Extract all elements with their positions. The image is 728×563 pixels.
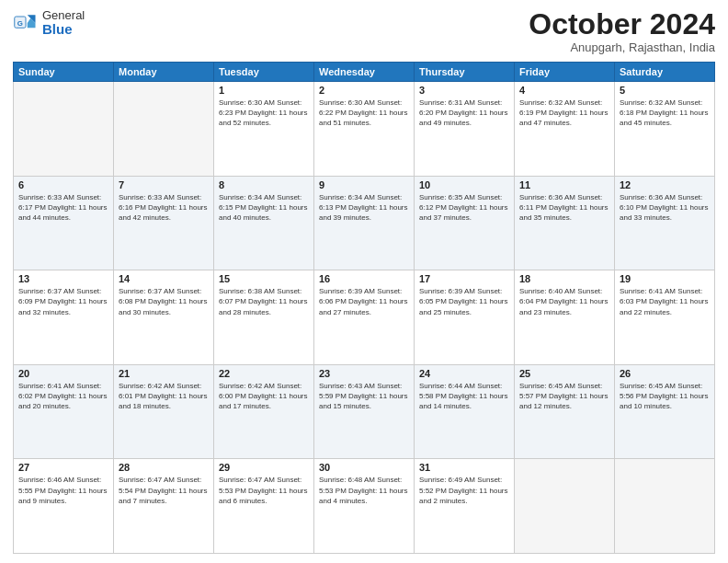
table-row: 1Sunrise: 6:30 AM Sunset: 6:23 PM Daylig… bbox=[214, 82, 314, 177]
day-number: 16 bbox=[319, 273, 409, 284]
day-info: Sunrise: 6:34 AM Sunset: 6:15 PM Dayligh… bbox=[219, 192, 309, 224]
day-number: 17 bbox=[419, 273, 509, 284]
day-number: 15 bbox=[219, 273, 309, 284]
table-row: 10Sunrise: 6:35 AM Sunset: 6:12 PM Dayli… bbox=[415, 176, 515, 270]
col-friday: Friday bbox=[515, 63, 615, 82]
col-sunday: Sunday bbox=[14, 63, 114, 82]
day-number: 25 bbox=[519, 368, 609, 379]
table-row: 9Sunrise: 6:34 AM Sunset: 6:13 PM Daylig… bbox=[314, 176, 415, 270]
day-info: Sunrise: 6:44 AM Sunset: 5:58 PM Dayligh… bbox=[419, 381, 509, 412]
day-info: Sunrise: 6:36 AM Sunset: 6:11 PM Dayligh… bbox=[519, 192, 609, 224]
table-row: 26Sunrise: 6:45 AM Sunset: 5:56 PM Dayli… bbox=[615, 364, 715, 459]
day-number: 24 bbox=[419, 368, 509, 379]
table-row: 12Sunrise: 6:36 AM Sunset: 6:10 PM Dayli… bbox=[615, 176, 715, 270]
day-number: 23 bbox=[319, 368, 409, 379]
day-number: 1 bbox=[219, 85, 309, 96]
day-number: 27 bbox=[18, 462, 108, 473]
location-subtitle: Anupgarh, Rajasthan, India bbox=[529, 40, 715, 54]
day-info: Sunrise: 6:34 AM Sunset: 6:13 PM Dayligh… bbox=[319, 192, 409, 224]
day-info: Sunrise: 6:45 AM Sunset: 5:56 PM Dayligh… bbox=[620, 381, 710, 412]
header-row: Sunday Monday Tuesday Wednesday Thursday… bbox=[14, 63, 715, 82]
day-info: Sunrise: 6:37 AM Sunset: 6:09 PM Dayligh… bbox=[18, 286, 108, 317]
col-wednesday: Wednesday bbox=[314, 63, 415, 82]
calendar-row: 27Sunrise: 6:46 AM Sunset: 5:55 PM Dayli… bbox=[14, 459, 715, 554]
day-info: Sunrise: 6:42 AM Sunset: 6:01 PM Dayligh… bbox=[119, 381, 209, 412]
table-row: 15Sunrise: 6:38 AM Sunset: 6:07 PM Dayli… bbox=[214, 270, 314, 365]
day-info: Sunrise: 6:48 AM Sunset: 5:53 PM Dayligh… bbox=[319, 475, 409, 506]
day-info: Sunrise: 6:45 AM Sunset: 5:57 PM Dayligh… bbox=[519, 381, 609, 412]
table-row bbox=[114, 82, 214, 177]
day-number: 31 bbox=[419, 462, 509, 473]
day-number: 21 bbox=[119, 368, 209, 379]
day-info: Sunrise: 6:47 AM Sunset: 5:53 PM Dayligh… bbox=[219, 475, 309, 506]
day-number: 19 bbox=[620, 273, 710, 284]
calendar-row: 13Sunrise: 6:37 AM Sunset: 6:09 PM Dayli… bbox=[14, 270, 715, 365]
table-row bbox=[14, 82, 114, 177]
table-row: 19Sunrise: 6:41 AM Sunset: 6:03 PM Dayli… bbox=[615, 270, 715, 365]
day-info: Sunrise: 6:40 AM Sunset: 6:04 PM Dayligh… bbox=[519, 286, 609, 317]
day-number: 5 bbox=[620, 85, 710, 96]
day-info: Sunrise: 6:30 AM Sunset: 6:22 PM Dayligh… bbox=[319, 98, 409, 129]
table-row bbox=[615, 459, 715, 554]
calendar-row: 6Sunrise: 6:33 AM Sunset: 6:17 PM Daylig… bbox=[14, 176, 715, 270]
day-number: 6 bbox=[18, 179, 108, 190]
day-info: Sunrise: 6:41 AM Sunset: 6:02 PM Dayligh… bbox=[18, 381, 108, 412]
day-number: 13 bbox=[18, 273, 108, 284]
svg-text:G: G bbox=[17, 19, 23, 28]
day-info: Sunrise: 6:41 AM Sunset: 6:03 PM Dayligh… bbox=[620, 286, 710, 317]
table-row: 14Sunrise: 6:37 AM Sunset: 6:08 PM Dayli… bbox=[114, 270, 214, 365]
logo-icon: G bbox=[13, 10, 39, 36]
table-row: 7Sunrise: 6:33 AM Sunset: 6:16 PM Daylig… bbox=[114, 176, 214, 270]
table-row: 31Sunrise: 6:49 AM Sunset: 5:52 PM Dayli… bbox=[415, 459, 515, 554]
day-number: 26 bbox=[620, 368, 710, 379]
table-row: 29Sunrise: 6:47 AM Sunset: 5:53 PM Dayli… bbox=[214, 459, 314, 554]
table-row: 5Sunrise: 6:32 AM Sunset: 6:18 PM Daylig… bbox=[615, 82, 715, 177]
calendar-row: 20Sunrise: 6:41 AM Sunset: 6:02 PM Dayli… bbox=[14, 364, 715, 459]
day-info: Sunrise: 6:32 AM Sunset: 6:19 PM Dayligh… bbox=[519, 98, 609, 129]
day-info: Sunrise: 6:33 AM Sunset: 6:17 PM Dayligh… bbox=[18, 192, 108, 224]
table-row: 8Sunrise: 6:34 AM Sunset: 6:15 PM Daylig… bbox=[214, 176, 314, 270]
day-number: 22 bbox=[219, 368, 309, 379]
day-info: Sunrise: 6:43 AM Sunset: 5:59 PM Dayligh… bbox=[319, 381, 409, 412]
table-row: 11Sunrise: 6:36 AM Sunset: 6:11 PM Dayli… bbox=[515, 176, 615, 270]
day-number: 10 bbox=[419, 179, 509, 190]
table-row: 6Sunrise: 6:33 AM Sunset: 6:17 PM Daylig… bbox=[14, 176, 114, 270]
logo: G General Blue bbox=[13, 9, 85, 38]
day-number: 7 bbox=[119, 179, 209, 190]
table-row bbox=[515, 459, 615, 554]
table-row: 20Sunrise: 6:41 AM Sunset: 6:02 PM Dayli… bbox=[14, 364, 114, 459]
day-info: Sunrise: 6:49 AM Sunset: 5:52 PM Dayligh… bbox=[419, 475, 509, 506]
calendar-table: Sunday Monday Tuesday Wednesday Thursday… bbox=[13, 62, 715, 554]
day-number: 28 bbox=[119, 462, 209, 473]
day-info: Sunrise: 6:37 AM Sunset: 6:08 PM Dayligh… bbox=[119, 286, 209, 317]
day-number: 11 bbox=[519, 179, 609, 190]
day-info: Sunrise: 6:32 AM Sunset: 6:18 PM Dayligh… bbox=[620, 98, 710, 129]
header: G General Blue October 2024 Anupgarh, Ra… bbox=[13, 9, 715, 54]
table-row: 25Sunrise: 6:45 AM Sunset: 5:57 PM Dayli… bbox=[515, 364, 615, 459]
day-number: 30 bbox=[319, 462, 409, 473]
day-number: 18 bbox=[519, 273, 609, 284]
calendar-page: G General Blue October 2024 Anupgarh, Ra… bbox=[0, 0, 728, 563]
day-number: 29 bbox=[219, 462, 309, 473]
day-number: 2 bbox=[319, 85, 409, 96]
table-row: 30Sunrise: 6:48 AM Sunset: 5:53 PM Dayli… bbox=[314, 459, 415, 554]
col-saturday: Saturday bbox=[615, 63, 715, 82]
title-block: October 2024 Anupgarh, Rajasthan, India bbox=[529, 9, 715, 54]
table-row: 17Sunrise: 6:39 AM Sunset: 6:05 PM Dayli… bbox=[415, 270, 515, 365]
logo-text: General Blue bbox=[42, 9, 85, 38]
table-row: 2Sunrise: 6:30 AM Sunset: 6:22 PM Daylig… bbox=[314, 82, 415, 177]
day-number: 9 bbox=[319, 179, 409, 190]
table-row: 21Sunrise: 6:42 AM Sunset: 6:01 PM Dayli… bbox=[114, 364, 214, 459]
day-info: Sunrise: 6:30 AM Sunset: 6:23 PM Dayligh… bbox=[219, 98, 309, 129]
day-number: 8 bbox=[219, 179, 309, 190]
table-row: 22Sunrise: 6:42 AM Sunset: 6:00 PM Dayli… bbox=[214, 364, 314, 459]
day-info: Sunrise: 6:46 AM Sunset: 5:55 PM Dayligh… bbox=[18, 475, 108, 506]
col-tuesday: Tuesday bbox=[214, 63, 314, 82]
day-info: Sunrise: 6:39 AM Sunset: 6:05 PM Dayligh… bbox=[419, 286, 509, 317]
logo-blue: Blue bbox=[42, 22, 85, 38]
col-monday: Monday bbox=[114, 63, 214, 82]
month-title: October 2024 bbox=[529, 9, 715, 39]
table-row: 28Sunrise: 6:47 AM Sunset: 5:54 PM Dayli… bbox=[114, 459, 214, 554]
table-row: 23Sunrise: 6:43 AM Sunset: 5:59 PM Dayli… bbox=[314, 364, 415, 459]
col-thursday: Thursday bbox=[415, 63, 515, 82]
